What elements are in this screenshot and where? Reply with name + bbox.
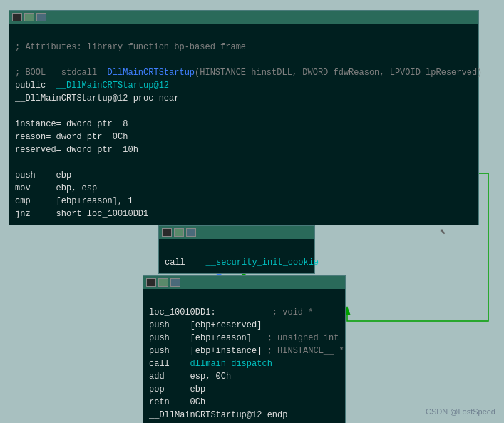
sec-tb-btn-2[interactable] bbox=[174, 228, 184, 237]
bottom-titlebar bbox=[143, 276, 345, 289]
tb-btn-2[interactable] bbox=[24, 13, 34, 21]
main-titlebar bbox=[9, 11, 478, 24]
security-titlebar bbox=[159, 226, 314, 239]
mouse-cursor: ⬉ bbox=[439, 225, 451, 239]
bot-tb-btn-3[interactable] bbox=[170, 278, 180, 287]
bot-tb-btn-1[interactable] bbox=[146, 278, 156, 287]
security-code-content: call __security_init_cookie bbox=[159, 239, 314, 273]
bottom-code-content: loc_10010DD1: ; void * push [ebp+reserve… bbox=[143, 289, 345, 423]
main-code-box: ; Attributes: library function bp-based … bbox=[9, 10, 479, 225]
tb-btn-1[interactable] bbox=[12, 13, 22, 21]
bottom-code-box: loc_10010DD1: ; void * push [ebp+reserve… bbox=[143, 275, 346, 423]
sec-tb-btn-1[interactable] bbox=[162, 228, 172, 237]
security-code-box: call __security_init_cookie bbox=[158, 225, 315, 274]
sec-tb-btn-3[interactable] bbox=[186, 228, 196, 237]
bot-tb-btn-2[interactable] bbox=[158, 278, 168, 287]
main-code-content: ; Attributes: library function bp-based … bbox=[9, 24, 478, 225]
watermark: CSDN @LostSpeed bbox=[426, 407, 495, 416]
tb-btn-3[interactable] bbox=[36, 13, 46, 21]
